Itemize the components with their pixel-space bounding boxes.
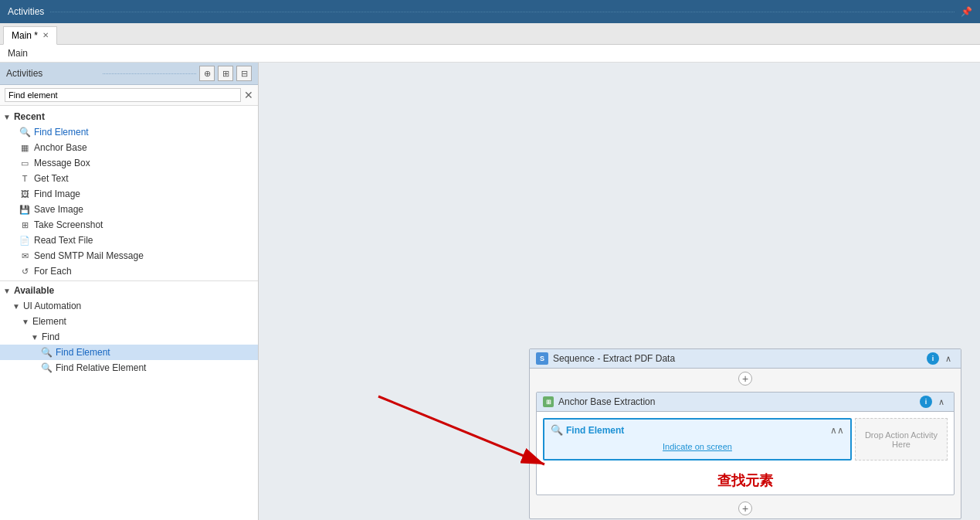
find-element-collapse-btn[interactable]: ∧∧	[830, 425, 844, 436]
recent-expand-icon: ▼	[3, 113, 11, 121]
find-element-box: 🔍 Find Element ∧∧ Indicate on screen	[543, 418, 852, 461]
list-item[interactable]: ▦ Anchor Base	[0, 140, 258, 155]
image-icon: 🖼	[19, 188, 31, 200]
take-screenshot-label: Take Screenshot	[34, 219, 103, 230]
sequence-s-icon: S	[536, 352, 548, 365]
find-image-label: Find Image	[34, 189, 80, 199]
sequence-title: Sequence - Extract PDF Data	[553, 353, 675, 364]
element-header[interactable]: ▼ Element	[0, 314, 258, 329]
find-element-available[interactable]: 🔍 Find Element	[0, 345, 258, 360]
element-label: Element	[32, 316, 66, 327]
add-circle-icon: +	[738, 372, 752, 386]
chinese-label: 查找元素	[537, 467, 954, 495]
find-header[interactable]: ▼ Find	[0, 329, 258, 345]
anchor-base-label: Anchor Base	[34, 142, 87, 153]
list-item[interactable]: 💾 Save Image	[0, 202, 258, 217]
save-image-label: Save Image	[34, 204, 83, 215]
available-label: Available	[14, 285, 54, 296]
read-text-file-label: Read Text File	[34, 235, 93, 246]
activities-panel-title: Activities	[8, 6, 44, 17]
search-icon-relative: 🔍	[40, 362, 53, 374]
find-element-header: 🔍 Find Element ∧∧	[551, 424, 844, 436]
list-item[interactable]: 🔍 Find Element	[0, 124, 258, 140]
activities-toolbar: ⊕ ⊞ ⊟	[199, 66, 252, 81]
mail-icon: ✉	[19, 250, 31, 262]
filter-icon[interactable]: ⊟	[236, 66, 252, 81]
indicate-on-screen-link[interactable]: Indicate on screen	[551, 439, 844, 454]
top-bar: Activities 📌	[0, 0, 980, 23]
activities-title: Activities	[6, 68, 100, 79]
loop-icon: ↺	[19, 265, 31, 277]
search-icon-available: 🔍	[40, 346, 53, 359]
anchor-base-title: Anchor Base Extraction	[558, 396, 655, 407]
text-icon: T	[19, 172, 31, 185]
element-expand-icon: ▼	[22, 318, 29, 326]
tab-close-icon[interactable]: ✕	[42, 31, 49, 39]
main-content: Activities ⊕ ⊞ ⊟ ✕ ▼ Recent 🔍 Find Ele	[0, 63, 980, 520]
save-image-icon: 💾	[19, 203, 31, 216]
add-activity-bottom[interactable]: +	[530, 498, 961, 518]
list-item[interactable]: 🖼 Find Image	[0, 186, 258, 202]
tab-main[interactable]: Main * ✕	[3, 26, 57, 45]
find-element-recent-label: Find Element	[34, 127, 89, 138]
info-badge[interactable]: i	[927, 352, 939, 365]
sequence-collapse-icon[interactable]: ∧	[942, 352, 955, 365]
list-item[interactable]: T Get Text	[0, 171, 258, 186]
find-relative-element-label: Find Relative Element	[56, 362, 146, 373]
drop-action-zone: Drop Action Activity Here	[855, 418, 948, 461]
for-each-label: For Each	[34, 266, 72, 277]
expand-icon[interactable]: ⊞	[218, 66, 233, 81]
activities-header: Activities ⊕ ⊞ ⊟	[0, 63, 258, 85]
anchor-info-badge[interactable]: i	[920, 396, 932, 408]
search-input[interactable]	[5, 88, 241, 102]
message-icon: ▭	[19, 157, 31, 169]
sequence-controls: i ∧	[927, 352, 955, 365]
find-label: Find	[42, 331, 59, 342]
ui-automation-label: UI Automation	[23, 301, 81, 311]
message-box-label: Message Box	[34, 158, 90, 168]
anchor-base-container: ⊞ Anchor Base Extraction i ∧ 🔍	[536, 392, 955, 495]
add-activity-top[interactable]: +	[530, 369, 961, 389]
recent-section-header[interactable]: ▼ Recent	[0, 109, 258, 124]
find-element-inner: 🔍 Find Element ∧∧ Indicate on screen Dro…	[543, 418, 948, 461]
search-clear-icon[interactable]: ✕	[244, 89, 253, 101]
list-item[interactable]: ▭ Message Box	[0, 155, 258, 171]
available-section-header[interactable]: ▼ Available	[0, 283, 258, 298]
find-expand-icon: ▼	[31, 333, 39, 342]
ui-automation-header[interactable]: ▼ UI Automation	[0, 298, 258, 314]
sequence-header: S Sequence - Extract PDF Data i ∧	[530, 349, 961, 369]
tab-bar: Main * ✕	[0, 23, 980, 45]
search-icon: 🔍	[19, 126, 31, 138]
send-smtp-label: Send SMTP Mail Message	[34, 250, 144, 261]
find-element-search-icon: 🔍	[551, 424, 563, 436]
canvas-area: S Sequence - Extract PDF Data i ∧ + ⊞ An…	[259, 63, 980, 520]
find-element-available-label: Find Element	[56, 347, 110, 358]
list-item[interactable]: ↺ For Each	[0, 263, 258, 279]
get-text-label: Get Text	[34, 173, 68, 184]
breadcrumb: Main	[0, 45, 980, 63]
anchor-icon: ⊞	[543, 396, 554, 407]
recent-label: Recent	[14, 111, 45, 122]
new-icon[interactable]: ⊕	[199, 66, 215, 81]
anchor-collapse-icon[interactable]: ∧	[935, 396, 948, 408]
anchor-base-header: ⊞ Anchor Base Extraction i ∧	[537, 393, 954, 412]
search-box: ✕	[0, 85, 258, 106]
grid-icon: ▦	[19, 141, 31, 154]
drag-arrow	[378, 396, 544, 464]
file-icon: 📄	[19, 234, 31, 246]
list-item[interactable]: ⊞ Take Screenshot	[0, 217, 258, 233]
add-circle-bottom-icon: +	[738, 501, 752, 515]
left-panel: Activities ⊕ ⊞ ⊟ ✕ ▼ Recent 🔍 Find Ele	[0, 63, 259, 520]
find-element-title: 🔍 Find Element	[551, 424, 624, 436]
activity-tree: ▼ Recent 🔍 Find Element ▦ Anchor Base ▭ …	[0, 106, 258, 520]
ui-automation-expand-icon: ▼	[12, 302, 20, 311]
find-relative-element[interactable]: 🔍 Find Relative Element	[0, 360, 258, 376]
tab-main-label: Main *	[12, 30, 38, 41]
list-item[interactable]: 📄 Read Text File	[0, 233, 258, 248]
pin-icon[interactable]: 📌	[961, 6, 972, 17]
sequence-container: S Sequence - Extract PDF Data i ∧ + ⊞ An…	[529, 348, 961, 519]
list-item[interactable]: ✉ Send SMTP Mail Message	[0, 248, 258, 263]
available-expand-icon: ▼	[3, 287, 11, 295]
screenshot-icon: ⊞	[19, 219, 31, 231]
